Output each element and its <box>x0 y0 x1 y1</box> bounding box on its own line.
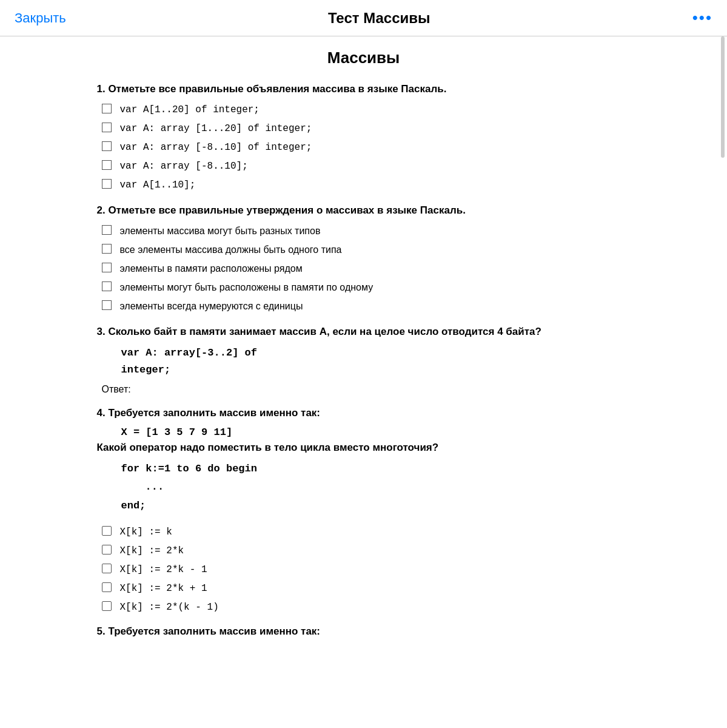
q4-option-2: X[k] := 2*k <box>102 544 631 558</box>
q1-option-3-text: var A: array [-8..10] of integer; <box>120 140 312 155</box>
q1-checkbox-5[interactable] <box>102 179 112 189</box>
q1-option-4: var A: array [-8..10]; <box>102 159 631 174</box>
q4-option-1: X[k] := k <box>102 525 631 539</box>
q4-option-3: X[k] := 2*k - 1 <box>102 562 631 577</box>
q1-checkbox-4[interactable] <box>102 160 112 170</box>
q2-checkbox-4[interactable] <box>102 281 112 291</box>
top-bar: Закрыть Тест Массивы ••• <box>0 0 727 36</box>
q4-option-2-text: X[k] := 2*k <box>120 544 184 558</box>
q3-answer-label: Ответ: <box>102 384 631 395</box>
section-heading: Массивы <box>97 49 631 67</box>
q4-option-1-text: X[k] := k <box>120 525 172 539</box>
content-area: Массивы 1. Отметьте все правильные объяв… <box>73 36 655 673</box>
q2-option-5: элементы всегда нумеруются с единицы <box>102 299 631 314</box>
q4-dots-line: ... <box>146 481 164 493</box>
q2-checkbox-2[interactable] <box>102 244 112 254</box>
question-4-title: 4. Требуется заполнить массив именно так… <box>97 406 631 420</box>
q4-checkbox-1[interactable] <box>102 526 112 536</box>
page-title: Тест Массивы <box>328 10 431 27</box>
q1-checkbox-1[interactable] <box>102 104 112 113</box>
q4-checkbox-2[interactable] <box>102 545 112 554</box>
q4-for-line: for k:=1 to 6 do begin <box>121 463 257 474</box>
q4-checkbox-5[interactable] <box>102 601 112 611</box>
q4-option-4-text: X[k] := 2*k + 1 <box>120 581 207 596</box>
q2-checkbox-1[interactable] <box>102 225 112 235</box>
q1-checkbox-3[interactable] <box>102 141 112 151</box>
q1-option-1-text: var A[1..20] of integer; <box>120 103 260 117</box>
question-5-partial: 5. Требуется заполнить массив именно так… <box>97 625 631 638</box>
q1-option-2: var A: array [1...20] of integer; <box>102 121 631 136</box>
q2-option-4-text: элементы могут быть расположены в памяти… <box>120 280 374 295</box>
q4-array-display: X = [1 3 5 7 9 11] <box>121 426 631 438</box>
q4-option-4: X[k] := 2*k + 1 <box>102 581 631 596</box>
q1-option-5: var A[1..10]; <box>102 178 631 192</box>
q4-option-3-text: X[k] := 2*k - 1 <box>120 562 207 577</box>
q4-end-line: end; <box>121 500 146 511</box>
question-5-title-partial: 5. Требуется заполнить массив именно так… <box>97 625 631 638</box>
question-3: 3. Сколько байт в памяти занимает массив… <box>97 325 631 395</box>
q2-option-1-text: элементы массива могут быть разных типов <box>120 224 321 238</box>
q2-option-5-text: элементы всегда нумеруются с единицы <box>120 299 303 314</box>
question-1: 1. Отметьте все правильные объявления ма… <box>97 82 631 192</box>
q4-checkbox-3[interactable] <box>102 564 112 573</box>
q3-code: var A: array[-3..2] of integer; <box>121 345 631 377</box>
q1-option-3: var A: array [-8..10] of integer; <box>102 140 631 155</box>
q4-option-5: X[k] := 2*(k - 1) <box>102 600 631 615</box>
more-options-button[interactable]: ••• <box>692 8 712 27</box>
close-button[interactable]: Закрыть <box>15 10 66 26</box>
q1-checkbox-2[interactable] <box>102 123 112 132</box>
q2-checkbox-5[interactable] <box>102 300 112 310</box>
q2-option-1: элементы массива могут быть разных типов <box>102 224 631 238</box>
question-1-title: 1. Отметьте все правильные объявления ма… <box>97 82 631 96</box>
q1-option-4-text: var A: array [-8..10]; <box>120 159 248 174</box>
q2-option-3: элементы в памяти расположены рядом <box>102 261 631 276</box>
q1-option-5-text: var A[1..10]; <box>120 178 196 192</box>
q2-option-2-text: все элементы массива должны быть одного … <box>120 243 342 257</box>
q1-option-1: var A[1..20] of integer; <box>102 103 631 117</box>
question-2-title: 2. Отметьте все правильные утверждения о… <box>97 203 631 218</box>
question-4: 4. Требуется заполнить массив именно так… <box>97 406 631 615</box>
question-4b-title: Какой оператор надо поместить в тело цик… <box>97 442 631 454</box>
q4-checkbox-4[interactable] <box>102 582 112 592</box>
question-3-title: 3. Сколько байт в памяти занимает массив… <box>97 325 631 339</box>
q1-option-2-text: var A: array [1...20] of integer; <box>120 121 312 136</box>
scrollbar[interactable] <box>721 36 725 158</box>
q2-option-4: элементы могут быть расположены в памяти… <box>102 280 631 295</box>
q2-option-2: все элементы массива должны быть одного … <box>102 243 631 257</box>
q2-checkbox-3[interactable] <box>102 263 112 272</box>
q2-option-3-text: элементы в памяти расположены рядом <box>120 261 303 276</box>
q4-option-5-text: X[k] := 2*(k - 1) <box>120 600 219 615</box>
question-2: 2. Отметьте все правильные утверждения о… <box>97 203 631 314</box>
q4-code-block: for k:=1 to 6 do begin ... end; <box>121 460 631 516</box>
